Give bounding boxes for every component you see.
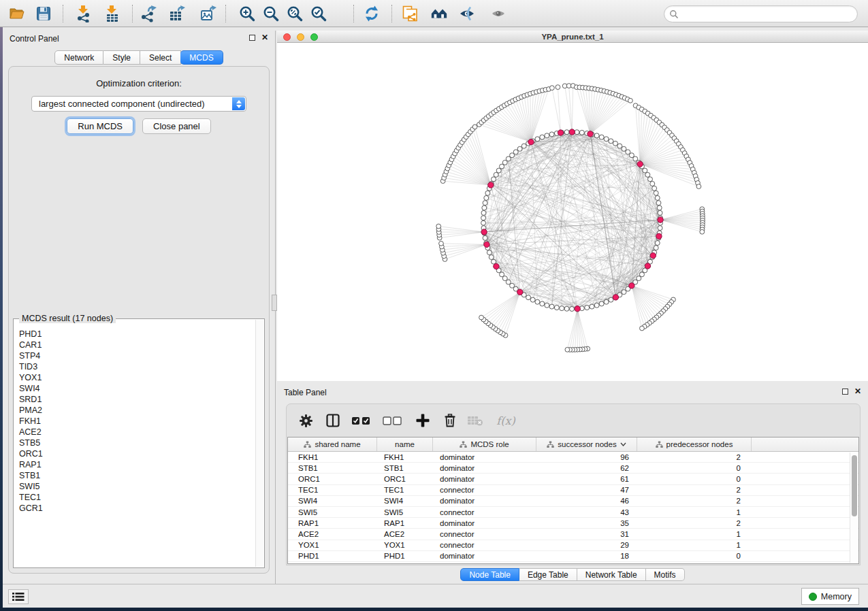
network-canvas[interactable] (277, 44, 868, 381)
toolbar-separator (353, 5, 354, 22)
mcds-result-item[interactable]: ACE2 (16, 427, 253, 437)
memory-label: Memory (821, 592, 852, 601)
window-zoom-icon[interactable] (310, 33, 318, 41)
tab-mcds[interactable]: MCDS (180, 50, 223, 65)
delete-table-icon[interactable] (467, 412, 483, 429)
table-row[interactable]: ACE2ACE2connector311 (288, 529, 858, 540)
mcds-result-item[interactable]: STB5 (16, 437, 253, 448)
show-columns-icon[interactable] (325, 412, 341, 429)
tab-network[interactable]: Network (54, 50, 103, 65)
memory-button[interactable]: Memory (801, 588, 859, 605)
mcds-result-item[interactable]: YOX1 (16, 372, 253, 383)
export-table-icon[interactable] (168, 5, 186, 22)
network-graph[interactable] (277, 44, 868, 381)
mcds-result-item[interactable]: PHD1 (16, 329, 253, 340)
float-panel-icon[interactable] (249, 35, 255, 41)
delete-column-icon[interactable] (442, 412, 458, 429)
close-panel-icon[interactable]: ✕ (854, 387, 861, 395)
add-column-icon[interactable] (415, 412, 431, 429)
window-close-icon[interactable] (283, 33, 291, 41)
refresh-icon[interactable] (363, 5, 381, 22)
network-document-icon[interactable] (401, 5, 419, 22)
task-history-button[interactable] (8, 589, 29, 604)
table-row[interactable]: ORC1ORC1dominator610 (288, 474, 858, 484)
splitter-handle[interactable] (272, 295, 277, 311)
mcds-result-item[interactable]: RAP1 (16, 459, 253, 470)
cell-name: YOX1 (377, 541, 433, 549)
deselect-all-icon[interactable] (382, 412, 405, 429)
cell-shared-name: RAP1 (288, 519, 377, 527)
cell-mcds-role: connector (433, 508, 536, 516)
mcds-result-item[interactable]: CAR1 (16, 340, 253, 350)
table-row[interactable]: SWI5SWI5connector431 (288, 507, 858, 518)
export-network-icon[interactable] (140, 5, 157, 22)
criterion-dropdown[interactable]: largest connected component (undirected) (31, 96, 246, 112)
network-view-titlebar[interactable]: YPA_prune.txt_1 (277, 31, 868, 43)
memory-status-icon (809, 593, 817, 601)
column-header-predecessor-nodes[interactable]: predecessor nodes (637, 437, 752, 451)
table-panel-title: Table Panel (284, 388, 327, 397)
mcds-result-item[interactable]: FKH1 (16, 416, 253, 427)
mcds-result-item[interactable]: TEC1 (16, 492, 253, 503)
column-header-shared-name[interactable]: shared name (288, 437, 377, 451)
float-panel-icon[interactable] (842, 389, 848, 395)
houses-icon[interactable] (430, 5, 448, 22)
table-settings-gear-icon[interactable] (298, 412, 314, 429)
search-input[interactable] (681, 9, 857, 20)
open-session-icon[interactable] (8, 5, 26, 22)
zoom-in-icon[interactable] (238, 5, 256, 22)
zoom-selected-icon[interactable] (310, 5, 327, 22)
table-row[interactable]: RAP1RAP1dominator352 (288, 518, 858, 529)
eye-icon[interactable] (489, 5, 507, 22)
column-header-successor-nodes[interactable]: successor nodes (536, 437, 637, 451)
mcds-result-scrollbar[interactable] (255, 320, 263, 567)
mcds-result-item[interactable]: STB1 (16, 470, 253, 481)
tab-network-table[interactable]: Network Table (577, 568, 646, 581)
tab-node-table[interactable]: Node Table (460, 568, 519, 581)
table-row[interactable]: FKH1FKH1dominator962 (288, 452, 858, 463)
export-image-icon[interactable] (199, 5, 217, 22)
table-scrollbar-thumb[interactable] (852, 455, 857, 516)
mcds-result-item[interactable]: PMA2 (16, 405, 253, 416)
close-panel-icon[interactable]: ✕ (261, 33, 268, 42)
close-panel-button[interactable]: Close panel (142, 118, 211, 134)
dropdown-stepper-icon (232, 97, 245, 110)
optimization-criterion-label: Optimization criterion: (9, 78, 269, 88)
cell-name: STB1 (377, 464, 433, 472)
table-row[interactable]: STB1STB1dominator620 (288, 463, 858, 474)
table-row[interactable]: TEC1TEC1connector472 (288, 485, 858, 496)
mcds-result-item[interactable]: SRD1 (16, 394, 253, 405)
search-box[interactable] (664, 5, 858, 22)
eye-slash-icon[interactable] (458, 5, 476, 22)
table-row[interactable]: SWI4SWI4dominator462 (288, 496, 858, 507)
column-header-name[interactable]: name (377, 437, 433, 451)
tab-select[interactable]: Select (140, 50, 181, 65)
select-all-icon[interactable] (351, 412, 374, 429)
cell-shared-name: ORC1 (288, 475, 377, 483)
tab-motifs[interactable]: Motifs (646, 568, 685, 581)
table-scrollbar[interactable] (850, 452, 858, 563)
table-row[interactable]: PHD1PHD1dominator180 (288, 551, 858, 562)
network-view-title: YPA_prune.txt_1 (277, 31, 868, 43)
toolbar-separator (391, 5, 392, 22)
save-session-icon[interactable] (35, 5, 52, 22)
window-minimize-icon[interactable] (297, 33, 304, 41)
table-row[interactable]: YOX1YOX1connector291 (288, 540, 858, 551)
mcds-result-item[interactable]: STP4 (16, 350, 253, 361)
cell-successor-nodes: 96 (536, 453, 637, 461)
function-builder-icon[interactable]: f(x) (493, 412, 519, 429)
table-toolbar: f(x) (287, 404, 860, 437)
run-mcds-button[interactable]: Run MCDS (67, 118, 133, 134)
zoom-out-icon[interactable] (262, 5, 280, 22)
import-network-icon[interactable] (75, 5, 93, 22)
mcds-result-item[interactable]: SWI5 (16, 481, 253, 492)
column-header-mcds-role[interactable]: MCDS role (433, 437, 536, 451)
import-table-icon[interactable] (103, 5, 121, 22)
mcds-result-item[interactable]: ORC1 (16, 448, 253, 459)
zoom-fit-icon[interactable] (286, 5, 304, 22)
mcds-result-item[interactable]: SWI4 (16, 383, 253, 394)
mcds-result-item[interactable]: TID3 (16, 361, 253, 372)
mcds-result-item[interactable]: GCR1 (16, 503, 253, 514)
tab-edge-table[interactable]: Edge Table (519, 568, 577, 581)
tab-style[interactable]: Style (103, 50, 140, 65)
